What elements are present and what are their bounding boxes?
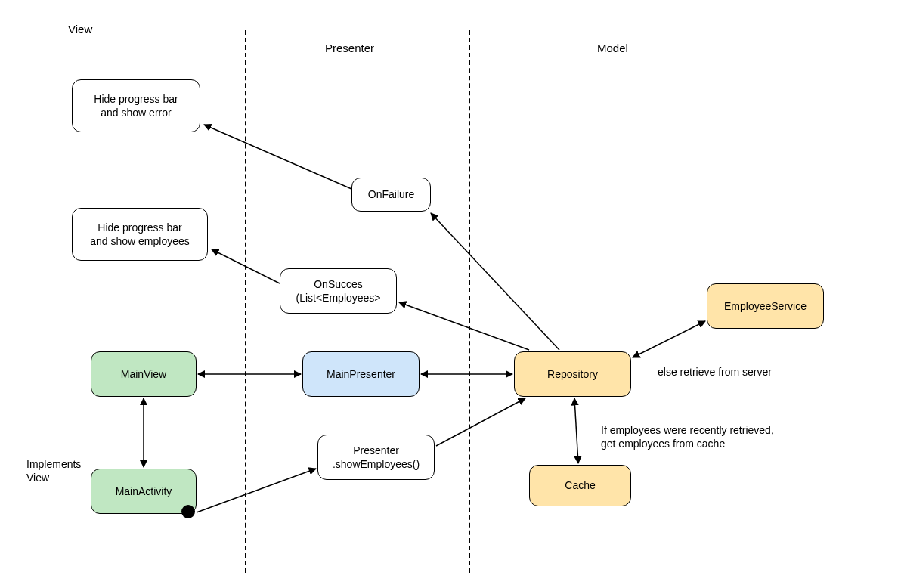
box-hide-employees: Hide progress barand show employees [72, 208, 208, 261]
arrow-onfailure-hideerror [204, 125, 351, 189]
box-main-activity: MainActivity [91, 469, 197, 514]
box-main-presenter: MainPresenter [302, 351, 420, 397]
divider-presenter-model [469, 30, 470, 573]
note-if-recent: If employees were recently retrieved,get… [601, 423, 774, 450]
section-presenter: Presenter [325, 42, 374, 54]
arrow-repo-onsuccess [399, 302, 529, 350]
arrow-repo-cache [574, 398, 578, 463]
arrow-repo-service [633, 321, 705, 357]
section-model: Model [597, 42, 628, 54]
box-cache: Cache [529, 465, 631, 506]
box-main-view: MainView [91, 351, 197, 397]
box-employee-service: EmployeeService [707, 283, 824, 329]
box-presenter-show: Presenter.showEmployees() [317, 435, 435, 480]
box-hide-error: Hide progress barand show error [72, 79, 200, 132]
activity-dot [181, 505, 195, 518]
arrow-activity-showemployees [197, 469, 316, 512]
box-repository: Repository [514, 351, 631, 397]
divider-view-presenter [245, 30, 246, 573]
arrow-show-repository [436, 398, 525, 446]
note-else-retrieve: else retrieve from server [658, 365, 772, 379]
arrow-repo-onfailure [431, 213, 559, 350]
box-onsuccess: OnSucces(List<Employees> [280, 268, 397, 314]
section-view: View [68, 23, 92, 36]
note-implements-view: ImplementsView [26, 457, 81, 484]
box-onfailure: OnFailure [351, 178, 431, 212]
